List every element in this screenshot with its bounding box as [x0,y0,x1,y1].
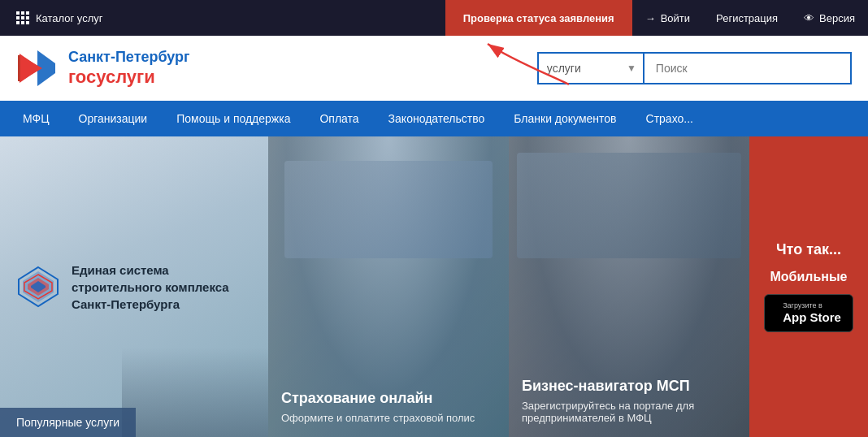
version-button[interactable]: 👁 Версия [791,0,868,36]
search-category-wrapper: услуги ▼ [537,52,643,84]
content-area: Единая система строительного комплекса С… [0,136,868,437]
main-navigation: МФЦ Организации Помощь и поддержка Оплат… [0,101,868,136]
popular-services-label: Популярные услуги [16,416,119,429]
nav-item-documents[interactable]: Бланки документов [499,101,631,136]
banner-card-4-content: Что так... Мобильные Загрузите в App Sto… [751,228,866,345]
popular-services-bar[interactable]: Популярные услуги [0,408,136,437]
check-status-label: Проверка статуса заявления [463,12,614,24]
search-input[interactable] [643,52,852,84]
nav-item-insurance[interactable]: Страхо... [631,101,708,136]
banner-card-insurance[interactable]: Страхование онлайн Оформите и оплатите с… [268,136,509,437]
banner-card-1-text: Единая система строительного комплекса С… [72,262,252,313]
header: Санкт-Петербург госуслуги услуги ▼ [0,36,868,101]
catalog-label: Каталог услуг [36,12,103,24]
logo-text-bottom: госуслуги [68,67,190,88]
banner-appstore-title: Что так... [764,241,853,258]
banner-card-3-content: Бизнес-навигатор МСП Зарегистрируйтесь н… [509,365,749,437]
banner-mobile-subtitle: Мобильные [764,270,853,284]
logo-text-top: Санкт-Петербург [68,49,190,67]
nav-item-mfc[interactable]: МФЦ [8,101,64,136]
banner-card-business[interactable]: Бизнес-навигатор МСП Зарегистрируйтесь н… [509,136,749,437]
logo-icon [16,47,59,89]
logo-text: Санкт-Петербург госуслуги [68,49,190,88]
svg-rect-5 [18,55,20,81]
login-button[interactable]: → Войти [632,0,703,36]
eye-icon: 👁 [804,12,814,24]
banner-business-desc: Зарегистрируйтесь на портале для предпри… [522,400,736,424]
appstore-small-label: Загрузите в [783,301,822,310]
banner-card-appstore[interactable]: Что так... Мобильные Загрузите в App Sto… [749,136,868,437]
banner-insurance-title: Страхование онлайн [281,390,475,407]
search-category-select[interactable]: услуги [537,52,643,84]
catalog-menu[interactable]: Каталог услуг [0,0,119,36]
appstore-big-label: App Store [783,310,841,325]
nav-item-organizations[interactable]: Организации [64,101,163,136]
register-label: Регистрация [716,12,778,24]
logo[interactable]: Санкт-Петербург госуслуги [16,47,190,89]
nav-item-support[interactable]: Помощь и поддержка [162,101,305,136]
version-label: Версия [819,12,855,24]
nav-item-payment[interactable]: Оплата [305,101,373,136]
login-icon: → [645,12,656,24]
construction-complex-icon [16,265,60,309]
register-button[interactable]: Регистрация [703,0,791,36]
grid-icon [16,11,29,24]
banner-business-title: Бизнес-навигатор МСП [522,378,736,395]
appstore-badge[interactable]: Загрузите в App Store [764,294,853,332]
banner-card-2-content: Страхование онлайн Оформите и оплатите с… [268,377,488,437]
banner-insurance-desc: Оформите и оплатите страховой полис [281,412,475,424]
check-status-button[interactable]: Проверка статуса заявления [445,0,632,36]
search-wrapper: услуги ▼ [537,52,852,84]
login-label: Войти [661,12,690,24]
appstore-text: Загрузите в App Store [783,301,841,325]
top-navigation: Каталог услуг Проверка статуса заявления… [0,0,868,36]
banner-card-construction[interactable]: Единая система строительного комплекса С… [0,136,268,437]
nav-item-legislation[interactable]: Законодательство [374,101,500,136]
